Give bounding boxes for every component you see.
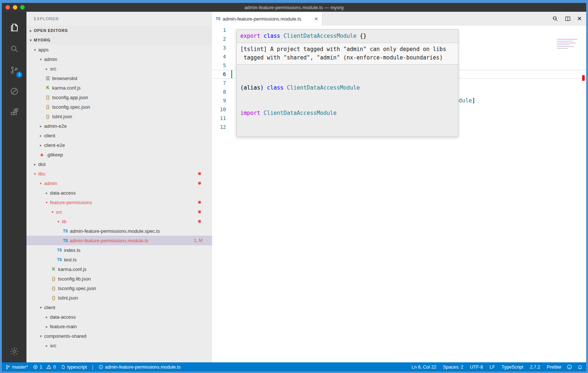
tree-item-index.ts[interactable]: TSindex.ts (26, 245, 212, 255)
status-item-lf[interactable]: LF (490, 365, 495, 370)
search-icon[interactable] (2, 38, 26, 59)
tree-item-karma.conf.js[interactable]: Kkarma.conf.js (26, 83, 212, 93)
tree-item-label: components-shared (44, 333, 86, 339)
tree-item-apps[interactable]: ▾apps (26, 45, 212, 54)
status-bar: master* 1 0 typescript | (2, 362, 586, 372)
tree-item-tsconfig.lib.json[interactable]: {}tsconfig.lib.json (26, 274, 212, 283)
tree-item-label: tsconfig.spec.json (52, 104, 90, 110)
tree-item-.gitkeep[interactable]: ◈.gitkeep (26, 150, 212, 159)
tree-item-dist[interactable]: ▸dist (26, 159, 212, 169)
tree-item-label: src (56, 209, 62, 215)
modified-dot (198, 220, 201, 223)
source-control-icon[interactable]: 3 (2, 59, 26, 81)
settings-gear-icon[interactable] (2, 344, 26, 359)
workspace-root-label: MYORG (34, 38, 51, 42)
tree-item-karma.conf.js[interactable]: Kkarma.conf.js (26, 264, 212, 274)
workspace-root-section[interactable]: ▾ MYORG (26, 35, 212, 45)
tree-item-admin-feature-permissions.module.ts[interactable]: TSadmin-feature-permissions.module.ts1, … (26, 236, 212, 245)
ts-file-icon: TS (62, 239, 69, 243)
tree-item-admin[interactable]: ▾admin (26, 54, 212, 64)
tree-item-tslint.json[interactable]: {}tslint.json (26, 112, 212, 121)
tree-item-label: src (50, 343, 56, 348)
tree-item-label: admin-e2e (44, 123, 67, 129)
problems-status[interactable]: 1 0 (33, 362, 56, 372)
tree-item-feature-permissions[interactable]: ▾feature-permissions (26, 198, 212, 207)
status-item-utf-8[interactable]: UTF-8 (470, 365, 483, 370)
tree-item-label: data-access (50, 314, 76, 320)
code-token: ClientDataAccessModule (283, 33, 356, 39)
minimap-line (557, 48, 568, 49)
tab-close-icon[interactable]: ✕ (314, 16, 318, 22)
status-item-prettier[interactable]: Prettier (547, 365, 562, 370)
json-file-icon: {} (44, 114, 51, 119)
tree-item-feature-main[interactable]: ▸feature-main (26, 322, 212, 331)
open-changes-icon[interactable] (552, 15, 559, 22)
tab-admin-feature-permissions[interactable]: TS admin-feature-permissions.module.ts ✕ (212, 12, 322, 26)
code-token: import (240, 110, 260, 116)
info-icon (98, 365, 103, 369)
line-number: 4 (212, 52, 226, 61)
tree-item-tsconfig.spec.json[interactable]: {}tsconfig.spec.json (26, 102, 212, 112)
chevron-right-icon: ▸ (28, 29, 34, 33)
feedback-smiley-icon[interactable] (567, 364, 572, 370)
notifications-bell-icon[interactable] (577, 364, 582, 370)
tree-item-client-e2e[interactable]: ▸client-e2e (26, 140, 212, 150)
minimize-window-button[interactable] (13, 5, 17, 10)
open-editors-label: OPEN EDITORS (34, 28, 68, 33)
close-window-button[interactable] (6, 5, 10, 10)
line-number: 6 (212, 70, 226, 79)
tree-item-admin-e2e[interactable]: ▸admin-e2e (26, 121, 212, 131)
tree-item-data-access[interactable]: ▸data-access (26, 188, 212, 198)
tree-item-admin[interactable]: ▾admin (26, 178, 212, 188)
tree-item-lib[interactable]: ▾lib (26, 217, 212, 226)
tree-item-admin-feature-permissions.module.spec.ts[interactable]: TSadmin-feature-permissions.module.spec.… (26, 226, 212, 236)
explorer-icon[interactable] (2, 17, 26, 38)
code-area[interactable]: 123;4';56import { ClientDataAccessModule… (212, 26, 586, 362)
file-info-status[interactable]: admin-feature-permissions.module.ts (98, 362, 181, 372)
line-number: 11 (212, 114, 226, 123)
minimap[interactable] (557, 39, 580, 51)
tree-item-tslint.json[interactable]: {}tslint.json (26, 293, 212, 303)
status-item-2-7-2[interactable]: 2.7.2 (530, 365, 540, 370)
tooltip-message: [tslint] A project tagged with "admin" c… (237, 43, 458, 65)
tree-item-browserslist[interactable]: ☰browserslist (26, 73, 212, 83)
list-file-icon: ☰ (44, 76, 51, 81)
close-editor-icon[interactable]: ✕ (577, 15, 582, 22)
status-right-items: Ln 6, Col 22Spaces: 2UTF-8LFTypeScript2.… (412, 362, 562, 372)
tree-item-src[interactable]: ▸src (26, 64, 212, 73)
tree-item-tsconfig.spec.json[interactable]: {}tsconfig.spec.json (26, 283, 212, 293)
tree-item-tsconfig.app.json[interactable]: {}tsconfig.app.json (26, 93, 212, 102)
tree-item-client[interactable]: ▾client (26, 303, 212, 312)
window-title: admin-feature-permissions.module.ts — my… (244, 5, 344, 10)
chevron-down-icon: ▾ (28, 38, 34, 42)
tree-item-libs[interactable]: ▾libs (26, 169, 212, 178)
debug-icon[interactable] (2, 81, 26, 102)
tree-item-src[interactable]: ▾src (26, 207, 212, 217)
extensions-icon[interactable] (2, 102, 26, 123)
split-editor-icon[interactable] (564, 15, 571, 22)
tree-item-src[interactable]: ▸src (26, 341, 212, 350)
modified-dot (198, 210, 201, 213)
tree-item-label: lib (62, 219, 67, 224)
maximize-window-button[interactable] (20, 5, 25, 10)
code-text (226, 79, 236, 87)
tree-item-components-shared[interactable]: ▾components-shared (26, 331, 212, 341)
chevron-right-icon: ▸ (44, 325, 49, 329)
activity-bar: 3 (2, 12, 26, 362)
json-file-icon: {} (44, 104, 51, 109)
status-item-ln-6-col-22[interactable]: Ln 6, Col 22 (412, 365, 436, 370)
git-file-icon: ◈ (38, 152, 46, 157)
tree-item-client[interactable]: ▸client (26, 131, 212, 140)
chevron-right-icon: ▸ (44, 191, 49, 195)
tree-item-label: libs (38, 171, 46, 177)
status-item-typescript[interactable]: TypeScript (502, 365, 523, 370)
git-branch-status[interactable]: master* (6, 362, 28, 372)
tree-item-data-access[interactable]: ▸data-access (26, 312, 212, 322)
language-status[interactable]: typescript (61, 362, 87, 372)
tree-item-test.ts[interactable]: TStest.ts (26, 255, 212, 264)
status-item-spaces-2[interactable]: Spaces: 2 (443, 365, 463, 370)
open-editors-section[interactable]: ▸ OPEN EDITORS (26, 26, 212, 35)
tree-item-label: dist (38, 162, 46, 167)
line-number: 2 (212, 35, 226, 43)
chevron-down-icon: ▾ (38, 57, 43, 61)
